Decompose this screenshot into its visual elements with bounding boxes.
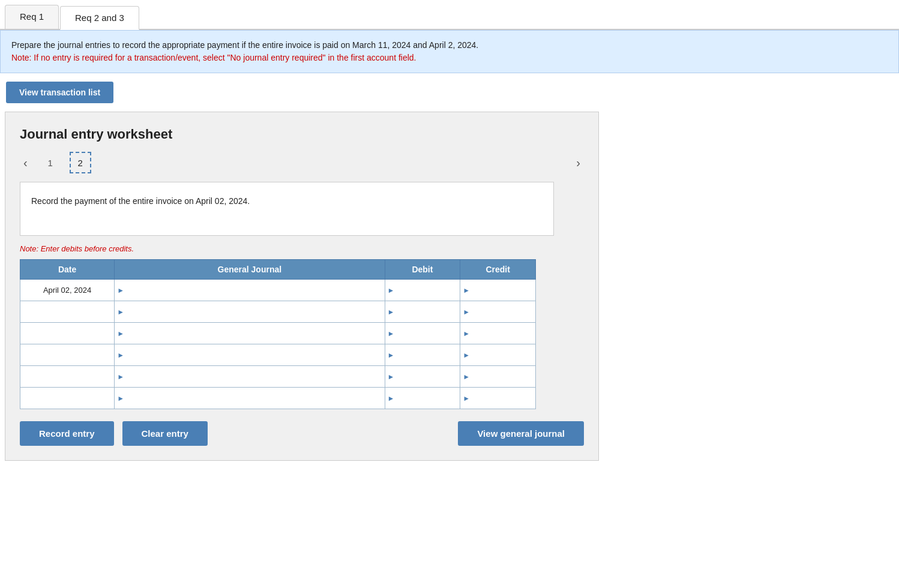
tab-req2and3[interactable]: Req 2 and 3 bbox=[60, 6, 139, 30]
credit-input-1[interactable] bbox=[472, 280, 535, 301]
credit-arrow-6[interactable]: ► bbox=[460, 394, 472, 403]
gj-input-4[interactable] bbox=[127, 344, 385, 365]
credit-cell-5[interactable]: ► bbox=[460, 366, 536, 388]
gj-cell-1[interactable]: ► bbox=[115, 280, 385, 301]
gj-input-3[interactable] bbox=[127, 323, 385, 344]
tabs-container: Req 1 Req 2 and 3 bbox=[0, 0, 899, 30]
next-page-button[interactable]: › bbox=[573, 155, 584, 171]
debit-cell-1[interactable]: ► bbox=[385, 280, 460, 301]
gj-input-1[interactable] bbox=[127, 280, 385, 301]
debit-arrow-6[interactable]: ► bbox=[385, 394, 397, 403]
date-cell-5 bbox=[20, 366, 115, 388]
col-header-gj: General Journal bbox=[115, 260, 385, 280]
table-row: ► ► ► bbox=[20, 366, 536, 388]
debit-cell-5[interactable]: ► bbox=[385, 366, 460, 388]
journal-table: Date General Journal Debit Credit April … bbox=[20, 259, 536, 409]
nav-row: ‹ 1 2 › bbox=[20, 152, 584, 173]
credit-input-2[interactable] bbox=[472, 301, 535, 322]
worksheet-title: Journal entry worksheet bbox=[20, 127, 584, 142]
credit-arrow-1[interactable]: ► bbox=[460, 286, 472, 295]
date-cell-1: April 02, 2024 bbox=[20, 280, 115, 301]
credit-cell-6[interactable]: ► bbox=[460, 388, 536, 409]
credit-input-5[interactable] bbox=[472, 366, 535, 387]
gj-cell-2[interactable]: ► bbox=[115, 301, 385, 323]
worksheet-container: Journal entry worksheet ‹ 1 2 › Record t… bbox=[5, 112, 599, 461]
credit-input-3[interactable] bbox=[472, 323, 535, 344]
prev-page-button[interactable]: ‹ bbox=[20, 155, 31, 171]
view-transaction-button[interactable]: View transaction list bbox=[6, 82, 113, 103]
clear-entry-button[interactable]: Clear entry bbox=[122, 421, 208, 446]
info-banner-note: Note: If no entry is required for a tran… bbox=[11, 53, 416, 62]
gj-dropdown-arrow-5[interactable]: ► bbox=[115, 373, 127, 381]
debit-cell-6[interactable]: ► bbox=[385, 388, 460, 409]
col-header-date: Date bbox=[20, 260, 115, 280]
debit-arrow-3[interactable]: ► bbox=[385, 329, 397, 338]
gj-dropdown-arrow-3[interactable]: ► bbox=[115, 329, 127, 338]
tab-req1[interactable]: Req 1 bbox=[5, 5, 59, 29]
table-row: ► ► ► bbox=[20, 344, 536, 366]
page-2-button[interactable]: 2 bbox=[70, 152, 91, 173]
date-cell-4 bbox=[20, 344, 115, 366]
gj-cell-6[interactable]: ► bbox=[115, 388, 385, 409]
credit-input-4[interactable] bbox=[472, 344, 535, 365]
gj-dropdown-arrow-4[interactable]: ► bbox=[115, 351, 127, 359]
record-entry-button[interactable]: Record entry bbox=[20, 421, 114, 446]
view-general-journal-button[interactable]: View general journal bbox=[458, 421, 584, 446]
gj-cell-4[interactable]: ► bbox=[115, 344, 385, 366]
credit-cell-4[interactable]: ► bbox=[460, 344, 536, 366]
debit-input-1[interactable] bbox=[397, 280, 460, 301]
info-banner-text: Prepare the journal entries to record th… bbox=[11, 40, 478, 50]
table-row: ► ► ► bbox=[20, 323, 536, 344]
date-cell-6 bbox=[20, 388, 115, 409]
credit-arrow-2[interactable]: ► bbox=[460, 308, 472, 316]
table-row: ► ► ► bbox=[20, 388, 536, 409]
date-cell-3 bbox=[20, 323, 115, 344]
debit-input-6[interactable] bbox=[397, 388, 460, 409]
gj-dropdown-arrow-1[interactable]: ► bbox=[115, 286, 127, 295]
table-row: April 02, 2024 ► ► ► bbox=[20, 280, 536, 301]
gj-input-5[interactable] bbox=[127, 366, 385, 387]
gj-input-6[interactable] bbox=[127, 388, 385, 409]
debit-cell-3[interactable]: ► bbox=[385, 323, 460, 344]
bottom-buttons: Record entry Clear entry View general jo… bbox=[20, 421, 584, 446]
debit-arrow-5[interactable]: ► bbox=[385, 373, 397, 381]
debit-input-3[interactable] bbox=[397, 323, 460, 344]
credit-cell-1[interactable]: ► bbox=[460, 280, 536, 301]
credit-arrow-5[interactable]: ► bbox=[460, 373, 472, 381]
gj-dropdown-arrow-6[interactable]: ► bbox=[115, 394, 127, 403]
table-row: ► ► ► bbox=[20, 301, 536, 323]
debit-input-2[interactable] bbox=[397, 301, 460, 322]
col-header-debit: Debit bbox=[385, 260, 460, 280]
credit-cell-2[interactable]: ► bbox=[460, 301, 536, 323]
gj-dropdown-arrow-2[interactable]: ► bbox=[115, 308, 127, 316]
gj-cell-3[interactable]: ► bbox=[115, 323, 385, 344]
gj-cell-5[interactable]: ► bbox=[115, 366, 385, 388]
credit-arrow-3[interactable]: ► bbox=[460, 329, 472, 338]
debit-cell-2[interactable]: ► bbox=[385, 301, 460, 323]
info-banner: Prepare the journal entries to record th… bbox=[0, 30, 899, 73]
debit-input-4[interactable] bbox=[397, 344, 460, 365]
debit-arrow-1[interactable]: ► bbox=[385, 286, 397, 295]
credit-arrow-4[interactable]: ► bbox=[460, 351, 472, 359]
description-box: Record the payment of the entire invoice… bbox=[20, 182, 554, 236]
credit-cell-3[interactable]: ► bbox=[460, 323, 536, 344]
gj-input-2[interactable] bbox=[127, 301, 385, 322]
note-debits: Note: Enter debits before credits. bbox=[20, 244, 584, 253]
debit-arrow-4[interactable]: ► bbox=[385, 351, 397, 359]
debit-cell-4[interactable]: ► bbox=[385, 344, 460, 366]
description-text: Record the payment of the entire invoice… bbox=[31, 196, 250, 206]
date-cell-2 bbox=[20, 301, 115, 323]
credit-input-6[interactable] bbox=[472, 388, 535, 409]
debit-input-5[interactable] bbox=[397, 366, 460, 387]
debit-arrow-2[interactable]: ► bbox=[385, 308, 397, 316]
page-1-button[interactable]: 1 bbox=[40, 152, 61, 173]
col-header-credit: Credit bbox=[460, 260, 536, 280]
